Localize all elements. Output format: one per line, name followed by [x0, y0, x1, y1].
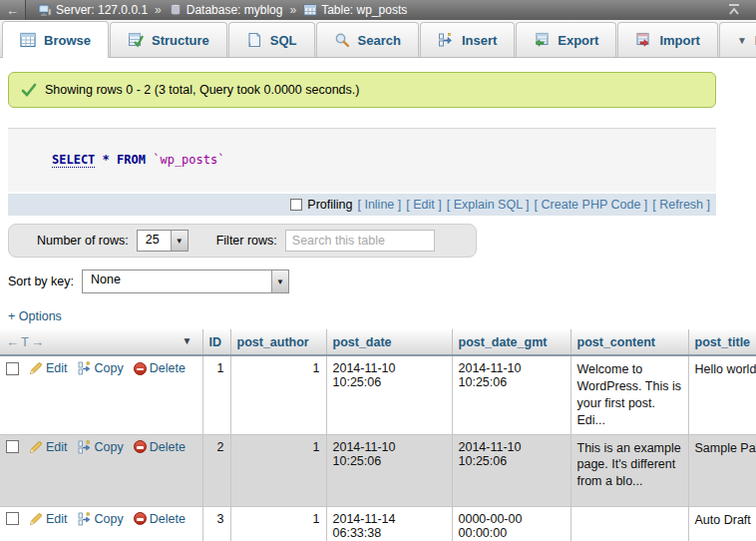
- edit-row-link[interactable]: Edit: [29, 512, 68, 526]
- cell-post-title: Hello world!: [688, 355, 756, 434]
- sql-query: SELECT * FROM `wp_posts`: [8, 128, 716, 192]
- column-header-post-date[interactable]: post_date: [326, 329, 452, 355]
- collapse-chevron-icon: [726, 2, 742, 18]
- edit-row-link[interactable]: Edit: [29, 361, 68, 375]
- edit-query-link[interactable]: [ Edit ]: [406, 198, 441, 212]
- cell-id: 2: [202, 434, 230, 506]
- delete-label: Delete: [150, 512, 186, 526]
- copy-icon: [78, 440, 92, 454]
- import-icon: [635, 32, 651, 48]
- delete-icon: [134, 362, 147, 375]
- delete-icon: [134, 512, 147, 525]
- cell-post-date-gmt: 0000-00-00 00:00:00: [452, 506, 570, 541]
- breadcrumb-server-label: Server: 127.0.0.1: [56, 3, 148, 17]
- delete-row-link[interactable]: Delete: [134, 361, 186, 375]
- cell-post-author: 1: [230, 506, 326, 541]
- copy-row-link[interactable]: Copy: [78, 440, 124, 454]
- cell-post-date-gmt: 2014-11-10 10:25:06: [452, 355, 570, 434]
- cell-post-date: 2014-11-10 10:25:06: [326, 434, 452, 506]
- edit-label: Edit: [46, 361, 68, 375]
- results-table: ←T→ ▼ ID post_author post_date post_date…: [0, 329, 756, 541]
- filter-rows-label: Filter rows:: [216, 234, 277, 248]
- cell-post-title: Auto Draft: [688, 506, 756, 541]
- tab-search[interactable]: Search: [316, 22, 419, 57]
- back-button[interactable]: ←: [0, 0, 26, 20]
- delete-label: Delete: [150, 440, 186, 454]
- table-row: Edit Copy Delete 1 1 2014-11-10 10:25:06…: [0, 355, 756, 434]
- refresh-link[interactable]: [ Refresh ]: [652, 198, 710, 212]
- export-icon: [534, 32, 550, 48]
- breadcrumb-database[interactable]: Database: myblog: [169, 3, 283, 17]
- copy-icon: [78, 361, 92, 375]
- row-checkbox[interactable]: [6, 512, 19, 525]
- breadcrumb-table-label: Table: wp_posts: [321, 3, 407, 17]
- sort-by-key-select[interactable]: None ▼: [82, 270, 289, 293]
- cell-post-author: 1: [230, 434, 326, 506]
- column-header-post-content[interactable]: post_content: [570, 329, 688, 355]
- tab-search-label: Search: [358, 33, 401, 48]
- tab-export[interactable]: Export: [516, 22, 616, 57]
- tab-import-label: Import: [659, 33, 699, 48]
- tab-sql[interactable]: SQL: [228, 22, 315, 57]
- back-arrow-icon: ←: [6, 3, 19, 18]
- tab-browse-label: Browse: [44, 33, 91, 48]
- filter-rows-input[interactable]: [285, 230, 435, 252]
- breadcrumb-table[interactable]: Table: wp_posts: [303, 3, 407, 17]
- row-checkbox[interactable]: [6, 440, 19, 453]
- tab-structure[interactable]: Structure: [110, 22, 227, 57]
- search-icon: [334, 32, 350, 48]
- num-rows-select[interactable]: 25 ▼: [137, 230, 189, 252]
- edit-label: Edit: [46, 512, 68, 526]
- collapse-icon[interactable]: [726, 2, 742, 21]
- breadcrumb-bar: ← Server: 127.0.0.1 » Database: myblog »…: [0, 0, 756, 20]
- delete-row-link[interactable]: Delete: [134, 440, 186, 454]
- tab-structure-label: Structure: [152, 33, 209, 48]
- breadcrumb-server[interactable]: Server: 127.0.0.1: [38, 3, 148, 17]
- edit-label: Edit: [46, 440, 68, 454]
- column-header-id[interactable]: ID: [202, 329, 230, 355]
- cell-post-content: [570, 506, 688, 541]
- table-icon: [303, 3, 317, 17]
- breadcrumb-separator: »: [155, 3, 162, 17]
- rows-filter-bar: Number of rows: 25 ▼ Filter rows:: [8, 224, 477, 258]
- tab-browse[interactable]: Browse: [2, 21, 109, 58]
- cell-post-date-gmt: 2014-11-10 10:25:06: [452, 434, 570, 506]
- cell-id: 3: [202, 506, 230, 541]
- sql-star: *: [103, 153, 110, 167]
- column-header-post-author[interactable]: post_author: [230, 329, 326, 355]
- delete-row-link[interactable]: Delete: [134, 512, 186, 526]
- browse-icon: [20, 32, 36, 48]
- column-header-post-title[interactable]: post_title: [688, 329, 756, 355]
- column-arrows-icon[interactable]: ←T→: [6, 334, 46, 349]
- cell-id: 1: [202, 355, 230, 434]
- select-arrow-icon: ▼: [271, 270, 288, 292]
- sort-by-key-label: Sort by key:: [8, 274, 74, 288]
- cell-post-content: This is an example page. It's different …: [570, 434, 688, 506]
- tab-import[interactable]: Import: [617, 22, 717, 57]
- sql-keyword-select[interactable]: SELECT: [52, 153, 95, 168]
- profiling-checkbox[interactable]: [290, 199, 302, 211]
- row-checkbox[interactable]: [6, 362, 19, 375]
- options-caret-icon[interactable]: ▼: [183, 335, 192, 346]
- tab-insert-label: Insert: [462, 33, 497, 48]
- tab-more[interactable]: ▼ More: [719, 22, 756, 57]
- column-header-post-date-gmt[interactable]: post_date_gmt: [452, 329, 570, 355]
- pencil-icon: [29, 440, 43, 454]
- tab-sql-label: SQL: [270, 33, 297, 48]
- options-toggle-link[interactable]: + Options: [8, 309, 62, 323]
- column-hide-controls[interactable]: ←T→ ▼: [0, 329, 202, 355]
- success-check-icon: [21, 82, 37, 98]
- cell-post-author: 1: [230, 355, 326, 434]
- edit-row-link[interactable]: Edit: [29, 440, 68, 454]
- create-php-code-link[interactable]: [ Create PHP Code ]: [535, 198, 648, 212]
- copy-label: Copy: [95, 440, 124, 454]
- copy-row-link[interactable]: Copy: [78, 512, 124, 526]
- pencil-icon: [29, 512, 43, 526]
- copy-row-link[interactable]: Copy: [78, 361, 124, 375]
- inline-link[interactable]: [ Inline ]: [357, 198, 401, 212]
- tab-bar: Browse Structure SQL Search Insert Expor…: [0, 20, 756, 58]
- tab-insert[interactable]: Insert: [420, 22, 515, 57]
- breadcrumb-database-label: Database: myblog: [187, 3, 283, 17]
- cell-post-date: 2014-11-10 10:25:06: [326, 355, 452, 434]
- explain-sql-link[interactable]: [ Explain SQL ]: [447, 198, 530, 212]
